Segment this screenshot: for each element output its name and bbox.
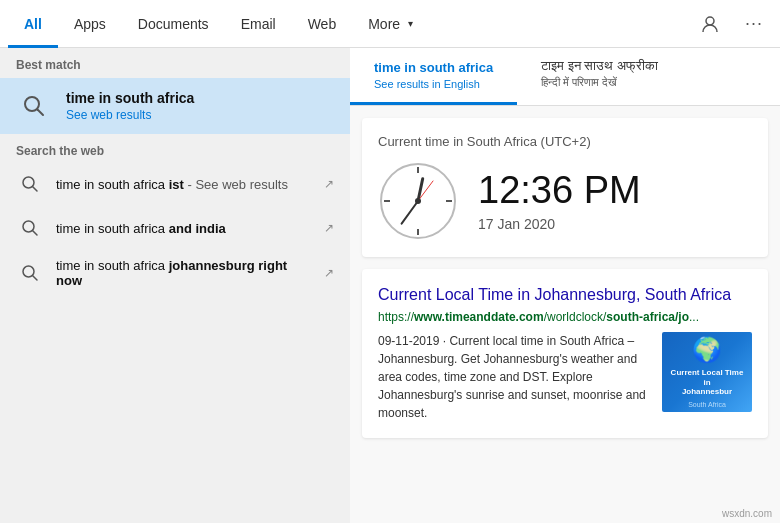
thumb-title: Current Local Time in xyxy=(668,368,746,387)
right-tab-english[interactable]: time in south africa See results in Engl… xyxy=(350,48,517,105)
suggestion-text-1: time in south africa ist - See web resul… xyxy=(56,177,312,192)
search-icon-3 xyxy=(16,259,44,287)
thumb-inner: 🌍 Current Local Time in Johannesbur Sout… xyxy=(662,332,752,412)
search-web-label: Search the web xyxy=(0,134,350,162)
tab-documents[interactable]: Documents xyxy=(122,0,225,48)
right-tab-hindi[interactable]: टाइम इन साउथ अफ्रीका हिन्दी में परिणाम द… xyxy=(517,48,682,105)
svg-line-6 xyxy=(33,231,38,236)
right-panel: time in south africa See results in Engl… xyxy=(350,48,780,523)
best-match-text: time in south africa See web results xyxy=(66,90,194,122)
clock-title: Current time in South Africa (UTC+2) xyxy=(378,134,752,149)
tab-email[interactable]: Email xyxy=(225,0,292,48)
search-icon-1 xyxy=(16,170,44,198)
tab-all[interactable]: All xyxy=(8,0,58,48)
clock-time: 12:36 PM xyxy=(478,170,641,212)
suggestion-item-3[interactable]: time in south africa johannesburg right … xyxy=(0,250,350,296)
web-result-snippet: 09-11-2019 · Current local time in South… xyxy=(378,332,650,422)
suggestion-text-2: time in south africa and india xyxy=(56,221,312,236)
clock-content: 12:36 PM 17 Jan 2020 xyxy=(378,161,752,241)
globe-icon: 🌍 xyxy=(692,336,722,364)
ellipsis-icon: ··· xyxy=(745,13,763,34)
web-result-card: Current Local Time in Johannesburg, Sout… xyxy=(362,269,768,438)
web-result-thumbnail: 🌍 Current Local Time in Johannesbur Sout… xyxy=(662,332,752,412)
clock-date: 17 Jan 2020 xyxy=(478,216,641,232)
thumb-city: Johannesbur xyxy=(682,387,732,397)
chevron-down-icon: ▾ xyxy=(408,18,413,29)
search-icon-2 xyxy=(16,214,44,242)
clock-card: Current time in South Africa (UTC+2) xyxy=(362,118,768,257)
svg-point-0 xyxy=(706,17,714,25)
web-result-url: https://www.timeanddate.com/worldclock/s… xyxy=(378,310,752,324)
best-match-title: time in south africa xyxy=(66,90,194,106)
arrow-icon-1: ↗ xyxy=(324,177,334,191)
right-tabs: time in south africa See results in Engl… xyxy=(350,48,780,106)
tab-web[interactable]: Web xyxy=(292,0,353,48)
web-card-body: 09-11-2019 · Current local time in South… xyxy=(378,332,752,422)
clock-time-info: 12:36 PM 17 Jan 2020 xyxy=(478,170,641,232)
tab-more[interactable]: More ▾ xyxy=(352,0,429,48)
ellipsis-icon-btn[interactable]: ··· xyxy=(736,6,772,42)
left-panel: Best match time in south africa See web … xyxy=(0,48,350,523)
best-match-item[interactable]: time in south africa See web results xyxy=(0,78,350,134)
clock-face xyxy=(378,161,458,241)
svg-point-17 xyxy=(415,198,421,204)
best-match-label: Best match xyxy=(0,48,350,78)
suggestion-text-3: time in south africa johannesburg right … xyxy=(56,258,312,288)
arrow-icon-3: ↗ xyxy=(324,266,334,280)
svg-line-4 xyxy=(33,187,38,192)
arrow-icon-2: ↗ xyxy=(324,221,334,235)
suggestion-item-1[interactable]: time in south africa ist - See web resul… xyxy=(0,162,350,206)
person-icon-btn[interactable] xyxy=(692,6,728,42)
person-icon xyxy=(701,15,719,33)
suggestion-item-2[interactable]: time in south africa and india ↗ xyxy=(0,206,350,250)
web-result-title[interactable]: Current Local Time in Johannesburg, Sout… xyxy=(378,285,752,306)
best-match-sub: See web results xyxy=(66,108,194,122)
svg-line-2 xyxy=(38,110,44,116)
nav-icons: ··· xyxy=(692,6,772,42)
main-content: Best match time in south africa See web … xyxy=(0,48,780,523)
tab-apps[interactable]: Apps xyxy=(58,0,122,48)
svg-line-8 xyxy=(33,276,38,281)
top-nav: All Apps Documents Email Web More ▾ ··· xyxy=(0,0,780,48)
thumb-sub: South Africa xyxy=(688,401,726,408)
search-icon xyxy=(16,88,52,124)
